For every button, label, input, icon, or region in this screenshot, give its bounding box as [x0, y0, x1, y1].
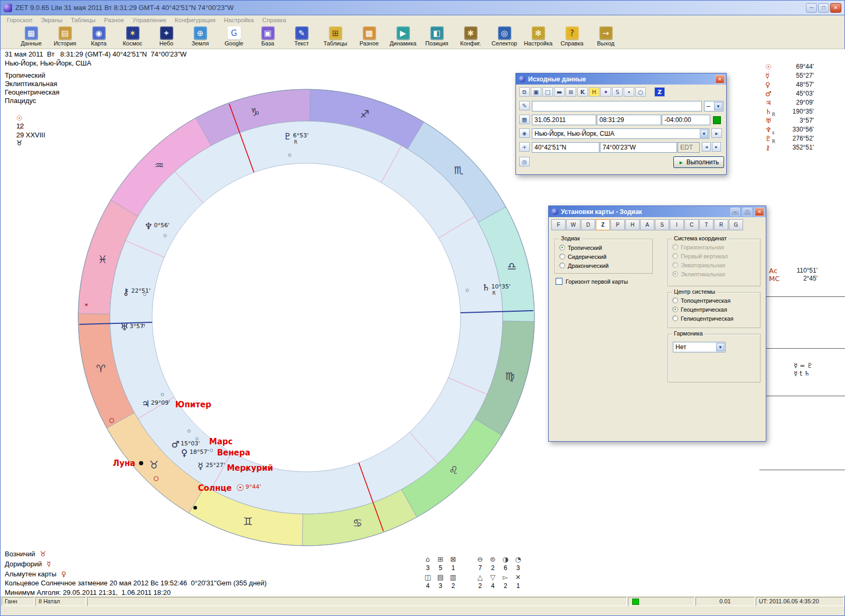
toolbar-settings-button[interactable]: ✻Настройка: [521, 26, 555, 49]
coordinates-icon[interactable]: +: [519, 142, 530, 152]
radio-option-Гелиоцентрическая[interactable]: Гелиоцентрическая: [668, 314, 760, 323]
toolbar-text-button[interactable]: ✎Текст: [285, 26, 318, 49]
chevron-down-icon[interactable]: ▼: [716, 343, 725, 351]
dialog-restore-icon[interactable]: □: [743, 208, 752, 216]
config-icon: ✱: [464, 26, 477, 40]
planet-longitude: 48°57': [796, 81, 814, 90]
menu-item-Гороскоп[interactable]: Гороскоп: [3, 17, 36, 23]
dialog-close-icon[interactable]: ✕: [755, 208, 764, 216]
paste-icon[interactable]: ▣: [531, 87, 541, 97]
edit-name-icon[interactable]: ✎: [519, 101, 530, 110]
radio-option-Тропический[interactable]: Тропический: [555, 243, 652, 252]
settings-tab-H[interactable]: H: [625, 219, 640, 230]
planet-longitude: 55°27': [796, 72, 814, 81]
toolbar-position-button[interactable]: ◧Позиция: [420, 26, 454, 49]
atlas-icon[interactable]: ▸: [711, 128, 722, 138]
radio-option-Сидерический[interactable]: Сидерический: [555, 252, 652, 261]
menu-item-Настройка[interactable]: Настройка: [220, 17, 258, 23]
toolbar-data-button[interactable]: ▦Данные: [14, 26, 48, 49]
settings-tab-P[interactable]: P: [611, 219, 625, 230]
menu-item-Управление[interactable]: Управление: [128, 17, 171, 23]
calendar-icon[interactable]: ▦: [519, 115, 530, 124]
settings-tab-F[interactable]: F: [551, 219, 566, 230]
toolbar-exit-button[interactable]: →Выход: [589, 26, 623, 49]
highlight-h-icon[interactable]: H: [589, 87, 599, 97]
toolbar-config-button[interactable]: ✱Конфиг.: [454, 26, 487, 49]
table-glyph: ⊜: [486, 555, 499, 564]
minimize-button[interactable]: ─: [806, 3, 817, 13]
place-icon[interactable]: ◈: [519, 128, 530, 138]
dialog-minimize-icon[interactable]: ─: [730, 208, 740, 216]
strike-s-icon[interactable]: S: [612, 87, 623, 97]
toolbar-history-button[interactable]: ▤История: [48, 26, 82, 49]
settings-tab-G[interactable]: G: [729, 219, 743, 230]
harmonic-select[interactable]: Нет ▼: [673, 342, 726, 352]
close-button[interactable]: ✕: [830, 3, 841, 13]
toolbar-selector-button[interactable]: ◎Селектор: [487, 26, 521, 49]
toolbar-sky-button[interactable]: ✦Небо: [149, 26, 183, 49]
settings-tab-Z[interactable]: Z: [596, 219, 610, 230]
save-icon[interactable]: ▬: [554, 87, 565, 97]
radio-option-Драконический[interactable]: Драконический: [555, 261, 652, 270]
table-value: 1: [512, 582, 524, 591]
rating-combo[interactable]: – ▼: [704, 101, 724, 111]
globe-icon[interactable]: ◎: [519, 157, 530, 166]
horizon-checkbox-row[interactable]: Горизонт первой карты: [556, 278, 628, 285]
table-value: 2: [499, 582, 512, 591]
settings-tab-S[interactable]: S: [655, 219, 669, 230]
table-icon[interactable]: ⊞: [566, 87, 576, 97]
bold-k-icon[interactable]: K: [577, 87, 588, 97]
bottom-line: Возничий♉: [5, 549, 66, 559]
timezone-input[interactable]: [662, 115, 710, 125]
toolbar-google-button[interactable]: GGoogle: [217, 26, 251, 49]
planet-longitude: 330°56': [793, 126, 814, 135]
menu-item-Конфигурация[interactable]: Конфигурация: [171, 17, 220, 23]
menu-item-Экраны[interactable]: Экраны: [36, 17, 67, 23]
zet-flag-icon[interactable]: ✦: [600, 87, 611, 97]
toolbar-chart-button[interactable]: ◉Карта: [82, 26, 116, 49]
menu-item-Справка[interactable]: Справка: [258, 17, 290, 23]
copy-icon[interactable]: ⧉: [519, 87, 530, 97]
toolbar-label: Селектор: [492, 40, 517, 46]
chevron-down-icon[interactable]: ▼: [700, 129, 708, 138]
settings-tab-C[interactable]: C: [684, 219, 699, 230]
event-name-input[interactable]: [532, 101, 702, 111]
settings-tab-W[interactable]: W: [566, 219, 580, 230]
settings-tab-A[interactable]: A: [640, 219, 654, 230]
chevron-down-icon[interactable]: ▼: [714, 102, 722, 110]
settings-tab-I[interactable]: I: [670, 219, 684, 230]
toolbar-earth-button[interactable]: ⊕Земля: [183, 26, 217, 49]
step-forward-icon[interactable]: ►: [712, 142, 721, 152]
toolbar-help-button[interactable]: ?Справка: [555, 26, 589, 49]
radio-option-Геоцентрическая[interactable]: Геоцентрическая: [668, 305, 760, 314]
step-back-icon[interactable]: ◄: [702, 142, 711, 152]
new-doc-icon[interactable]: □: [542, 87, 553, 97]
toolbar-label: Динамика: [390, 40, 417, 46]
toolbar-dynamics-button[interactable]: ▶Динамика: [386, 26, 420, 49]
z-mode-icon[interactable]: Z: [654, 87, 665, 97]
restore-button[interactable]: □: [818, 3, 829, 13]
settings-tab-D[interactable]: D: [581, 219, 595, 230]
date-input[interactable]: [532, 115, 596, 125]
toolbar-database-button[interactable]: ▣База: [251, 26, 285, 49]
horizon-checkbox[interactable]: [556, 278, 562, 285]
point-icon[interactable]: •: [624, 87, 634, 97]
time-input[interactable]: [597, 115, 661, 125]
svg-text:♐: ♐: [360, 108, 370, 120]
circle-icon[interactable]: ○: [635, 87, 646, 97]
menu-item-Разное[interactable]: Разное: [100, 17, 128, 23]
toolbar-tables-button[interactable]: ⊞Таблицы: [318, 26, 352, 49]
settings-tab-R[interactable]: R: [714, 219, 728, 230]
menu-item-Таблицы[interactable]: Таблицы: [67, 17, 100, 23]
latitude-input[interactable]: [532, 142, 599, 153]
settings-tab-T[interactable]: T: [699, 219, 713, 230]
toolbar-cosmos-button[interactable]: ✶Космос: [116, 26, 149, 49]
toolbar-misc-button[interactable]: ▩Разное: [352, 26, 386, 49]
longitude-input[interactable]: [600, 142, 677, 153]
radio-option-Топоцентрическая[interactable]: Топоцентрическая: [668, 296, 760, 305]
setting-coordinates: Эклиптикальная: [5, 80, 57, 88]
toolbar-label: Земля: [192, 40, 209, 46]
dialog-close-icon[interactable]: ✕: [715, 75, 725, 83]
execute-button[interactable]: ► Выполнить: [673, 156, 724, 168]
place-combo[interactable]: Нью-Йорк, Нью-Йорк, США ▼: [532, 128, 709, 139]
